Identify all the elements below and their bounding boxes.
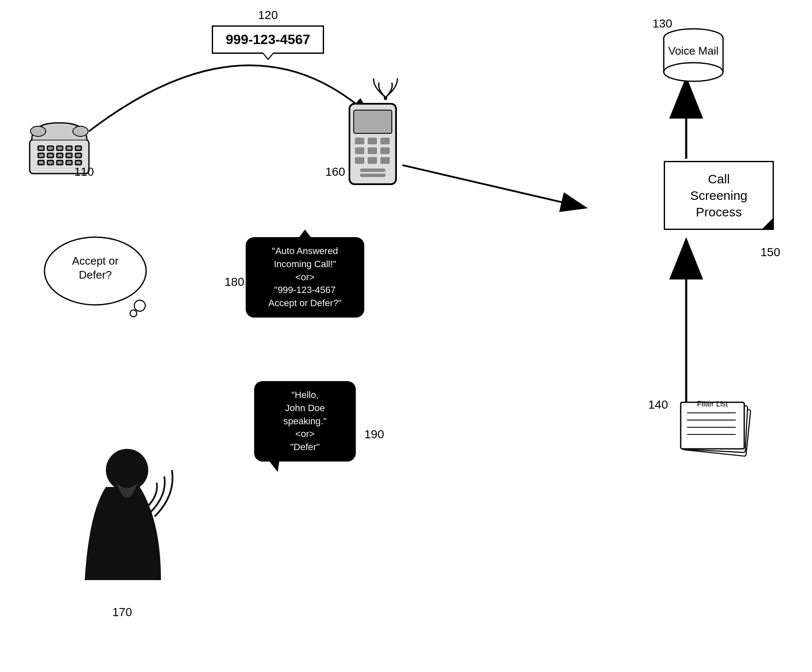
svg-point-49 bbox=[130, 310, 137, 317]
svg-text:Defer?: Defer? bbox=[79, 268, 112, 281]
person-silhouette bbox=[76, 445, 203, 603]
svg-rect-10 bbox=[38, 153, 44, 158]
svg-point-40 bbox=[664, 63, 723, 81]
svg-text:Filter List: Filter List bbox=[697, 400, 728, 408]
svg-point-50 bbox=[134, 300, 145, 311]
label-140: 140 bbox=[648, 398, 668, 412]
label-110: 110 bbox=[74, 165, 94, 179]
svg-rect-26 bbox=[368, 138, 377, 144]
svg-point-20 bbox=[30, 126, 46, 136]
call-screening-label: CallScreeningProcess bbox=[690, 172, 747, 219]
svg-rect-25 bbox=[355, 138, 364, 144]
svg-rect-8 bbox=[66, 146, 72, 150]
bubble-180: "Auto AnsweredIncoming Call!"<or>"999-12… bbox=[246, 237, 364, 318]
svg-rect-17 bbox=[57, 160, 63, 165]
bubble-180-text: "Auto AnsweredIncoming Call!"<or>"999-12… bbox=[269, 246, 342, 308]
svg-rect-31 bbox=[355, 157, 364, 164]
svg-rect-15 bbox=[38, 160, 44, 165]
mobile-phone-icon bbox=[347, 102, 398, 188]
svg-rect-12 bbox=[57, 153, 63, 158]
caller-id-box: 120 999-123-4567 bbox=[212, 25, 324, 54]
svg-rect-33 bbox=[380, 157, 390, 164]
svg-rect-6 bbox=[47, 146, 53, 150]
svg-rect-30 bbox=[380, 147, 390, 154]
svg-rect-18 bbox=[66, 160, 72, 165]
signal-waves-icon bbox=[369, 76, 402, 103]
svg-rect-29 bbox=[368, 147, 377, 154]
label-130: 130 bbox=[652, 17, 672, 30]
svg-rect-7 bbox=[57, 146, 63, 150]
label-170: 170 bbox=[112, 606, 132, 619]
svg-rect-35 bbox=[360, 174, 385, 177]
svg-point-21 bbox=[73, 126, 88, 136]
svg-rect-32 bbox=[368, 157, 377, 164]
svg-point-54 bbox=[106, 449, 148, 491]
svg-rect-11 bbox=[47, 153, 53, 158]
svg-rect-9 bbox=[75, 146, 81, 150]
svg-rect-14 bbox=[75, 153, 81, 158]
label-150: 150 bbox=[760, 246, 780, 259]
svg-rect-27 bbox=[380, 138, 390, 144]
label-160: 160 bbox=[325, 165, 345, 179]
label-120: 120 bbox=[258, 8, 278, 22]
voicemail-label: Voice Mail bbox=[660, 44, 727, 58]
voicemail-icon: Voice Mail bbox=[660, 25, 727, 86]
svg-text:Accept or: Accept or bbox=[72, 254, 119, 267]
svg-rect-16 bbox=[47, 160, 53, 165]
bubble-190-text: "Hello,John Doespeaking."<or>"Defer" bbox=[283, 390, 327, 452]
svg-rect-19 bbox=[75, 160, 81, 165]
svg-point-22 bbox=[384, 97, 387, 100]
bubble-190: "Hello,John Doespeaking."<or>"Defer" bbox=[254, 381, 356, 462]
svg-rect-24 bbox=[354, 110, 392, 133]
svg-rect-34 bbox=[360, 169, 385, 172]
label-190: 190 bbox=[364, 428, 384, 441]
svg-rect-5 bbox=[38, 146, 44, 150]
caller-id-number: 999-123-4567 bbox=[212, 25, 324, 54]
svg-rect-13 bbox=[66, 153, 72, 158]
svg-rect-43 bbox=[681, 402, 744, 449]
svg-rect-28 bbox=[355, 147, 364, 154]
filter-list-icon: Filter List bbox=[676, 398, 761, 467]
call-screening-box: CallScreeningProcess bbox=[664, 161, 774, 230]
label-180: 180 bbox=[224, 275, 244, 289]
thought-bubble: Accept or Defer? bbox=[40, 229, 167, 324]
diagram: 110 120 999-123-4567 bbox=[0, 0, 812, 672]
